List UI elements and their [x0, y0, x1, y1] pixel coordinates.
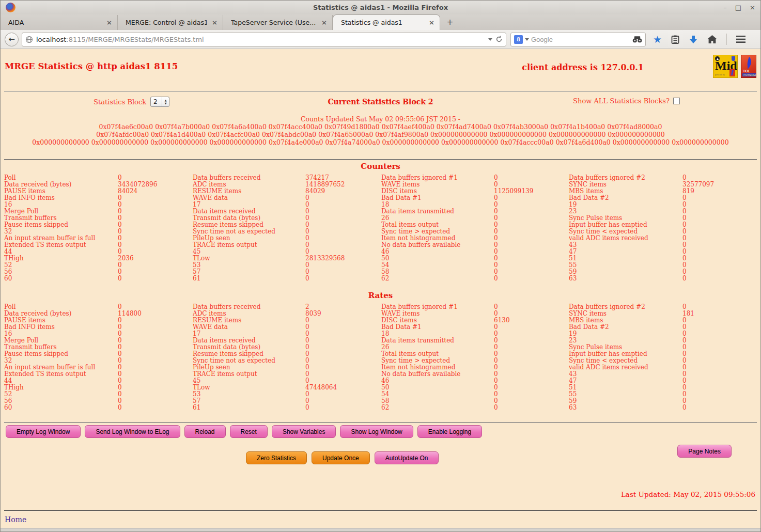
- page-notes-button[interactable]: Page Notes: [677, 445, 732, 458]
- stat-label: An input stream buffer is full: [4, 364, 118, 371]
- stat-label: Data items transmitted: [381, 337, 494, 344]
- stat-label: Pause items skipped: [4, 222, 118, 228]
- empty-log-window-button[interactable]: Empty Log Window: [6, 425, 81, 438]
- stat-label: TRACE items output: [193, 371, 305, 378]
- hex-line: 0x07f4ae6c00a0 0x07f4a7b000a0 0x07f4a6a4…: [1, 123, 760, 131]
- stat-value: 0: [305, 331, 381, 337]
- stat-value: 0: [494, 378, 569, 384]
- bookmark-star-icon[interactable]: ★: [653, 35, 662, 44]
- stat-label: Merge Poll: [4, 208, 118, 215]
- tab-merge-control-aidas1[interactable]: MERGE: Control @ aidas1×: [118, 15, 223, 30]
- tcl-powered-logo[interactable]: TCL POWERED: [741, 55, 756, 78]
- stat-label: 26: [381, 215, 494, 222]
- stats-block-spinner[interactable]: 2 ▲ ▼: [150, 97, 169, 107]
- spinner-down-icon[interactable]: ▼: [165, 102, 167, 105]
- stat-label: 54: [381, 262, 494, 269]
- stat-value: 0: [494, 384, 569, 391]
- maximize-icon[interactable]: □: [735, 4, 741, 11]
- home-link[interactable]: Home: [5, 515, 26, 524]
- stat-label: Bad Data #1: [381, 195, 494, 201]
- show-log-window-button[interactable]: Show Log Window: [340, 425, 413, 438]
- stat-label: 60: [4, 275, 118, 282]
- show-variables-button[interactable]: Show Variables: [272, 425, 336, 438]
- tab-close-icon[interactable]: ×: [321, 19, 327, 26]
- stat-label: Transmit buffers: [4, 215, 118, 222]
- stat-value: 84024: [118, 188, 193, 195]
- update-once-button[interactable]: Update Once: [312, 451, 370, 464]
- stat-value: 0: [118, 215, 193, 222]
- counters-table: Poll0Data buffers received374217Data buf…: [4, 175, 755, 282]
- stat-value: 84029: [305, 188, 381, 195]
- stat-value: 0: [118, 248, 193, 255]
- stat-value: 0: [494, 344, 569, 351]
- last-updated-text: Last Updated: May 02, 2015 09:55:06: [621, 490, 755, 498]
- stat-value: 0: [305, 215, 381, 222]
- search-engine-chevron-icon[interactable]: [525, 38, 529, 41]
- stat-value: 0: [118, 391, 193, 398]
- menu-icon[interactable]: [736, 36, 746, 43]
- minimize-icon[interactable]: –: [723, 4, 727, 11]
- download-icon[interactable]: [689, 35, 698, 44]
- stat-value: 1418897652: [305, 181, 381, 188]
- reload-button[interactable]: Reload: [184, 425, 226, 438]
- tab-tapeserver-service-use[interactable]: TapeServer Service (Use...×: [223, 15, 333, 30]
- search-input[interactable]: [531, 36, 632, 43]
- tab-statistics-aidas1[interactable]: Statistics @ aidas1×: [333, 14, 440, 30]
- client-address: client address is 127.0.0.1: [522, 62, 644, 72]
- stat-value: 0: [118, 398, 193, 404]
- stat-label: Bad INFO items: [4, 324, 118, 331]
- stat-value: 0: [682, 344, 755, 351]
- stat-label: 43: [569, 242, 682, 248]
- home-icon[interactable]: [707, 35, 717, 44]
- new-tab-icon[interactable]: +: [443, 16, 457, 28]
- midas-logo[interactable]: Midas powered by: [713, 55, 738, 78]
- stat-label: 18: [381, 331, 494, 337]
- stat-value: 2036: [118, 255, 193, 262]
- stat-value: 0: [682, 384, 755, 391]
- tab-label: Statistics @ aidas1: [341, 19, 424, 26]
- tab-close-icon[interactable]: ×: [212, 19, 218, 26]
- stat-value: 0: [118, 351, 193, 357]
- stat-label: 23: [569, 208, 682, 215]
- stat-value: 2813329568: [305, 255, 381, 262]
- chevron-down-icon[interactable]: [488, 38, 492, 41]
- stat-value: 0: [305, 228, 381, 235]
- stat-label: 32: [4, 228, 118, 235]
- stat-label: Data items received: [193, 337, 305, 344]
- reset-button[interactable]: Reset: [230, 425, 268, 438]
- tab-bar: AIDA×MERGE: Control @ aidas1×TapeServer …: [1, 14, 760, 30]
- show-all-checkbox[interactable]: [673, 98, 680, 104]
- bookmarks-menu-icon[interactable]: [671, 35, 679, 44]
- spinner-arrows[interactable]: ▲ ▼: [162, 97, 169, 106]
- stat-value: 0: [682, 275, 755, 282]
- stats-block-value[interactable]: 2: [151, 97, 162, 106]
- url-text: localhost:8115/MERGE/MRGEStats/MRGEStats…: [36, 36, 485, 43]
- autoupdate-on-button[interactable]: AutoUpdate On: [375, 451, 439, 464]
- stat-value: 0: [494, 404, 569, 411]
- back-button[interactable]: ←: [5, 33, 19, 46]
- reload-icon[interactable]: [495, 36, 503, 43]
- browser-window: Statistics @ aidas1 - Mozilla Firefox – …: [0, 0, 761, 532]
- stat-value: 0: [118, 331, 193, 337]
- stat-label: Transmit buffers: [4, 344, 118, 351]
- send-log-window-to-elog-button[interactable]: Send Log Window to ELog: [85, 425, 180, 438]
- stat-label: 63: [569, 404, 682, 411]
- tab-close-icon[interactable]: ×: [429, 19, 434, 26]
- stat-value: 0: [494, 222, 569, 228]
- close-icon[interactable]: ×: [750, 4, 755, 11]
- tab-aida[interactable]: AIDA×: [1, 15, 118, 30]
- url-input[interactable]: localhost:8115/MERGE/MRGEStats/MRGEStats…: [22, 33, 506, 46]
- stat-label: Data received (bytes): [4, 181, 118, 188]
- stat-value: 0: [682, 398, 755, 404]
- stat-value: 0: [682, 304, 755, 310]
- binoculars-icon[interactable]: [632, 36, 642, 43]
- stat-value: 0: [118, 228, 193, 235]
- zero-statistics-button[interactable]: Zero Statistics: [246, 451, 307, 464]
- tab-close-icon[interactable]: ×: [106, 19, 112, 26]
- stat-label: 19: [569, 331, 682, 337]
- enable-logging-button[interactable]: Enable Logging: [417, 425, 482, 438]
- page-content: MRGE Statistics @ http aidas1 8115 clien…: [1, 49, 760, 531]
- stat-label: 44: [4, 248, 118, 255]
- stat-value: 0: [682, 255, 755, 262]
- stat-value: 47448064: [305, 384, 381, 391]
